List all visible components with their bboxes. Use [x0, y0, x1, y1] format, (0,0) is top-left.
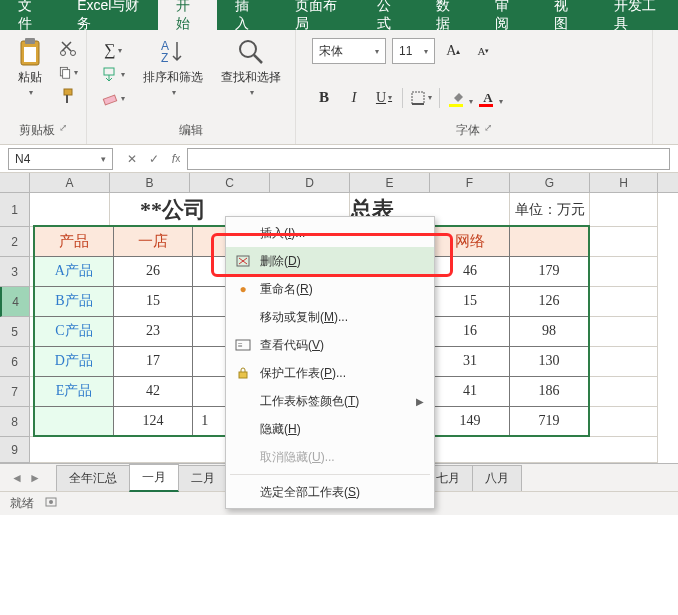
menu-move-copy[interactable]: 移动或复制(M)... — [226, 303, 434, 331]
tab-formula[interactable]: 公式 — [359, 0, 418, 30]
row-header-7[interactable]: 7 — [0, 377, 30, 407]
td-product[interactable] — [34, 406, 113, 436]
cancel-formula-button[interactable]: ✕ — [121, 148, 143, 170]
col-header-C[interactable]: C — [190, 173, 270, 192]
row-header-6[interactable]: 6 — [0, 347, 30, 377]
autosum-button[interactable]: ∑▾ — [95, 40, 131, 60]
td[interactable]: 16 — [430, 316, 509, 346]
tab-home[interactable]: 开始 — [158, 0, 217, 30]
td[interactable]: 149 — [430, 406, 509, 436]
td[interactable]: 179 — [510, 256, 589, 286]
italic-button[interactable]: I — [342, 87, 366, 109]
fill-color-button[interactable]: ▾ — [446, 87, 470, 109]
macro-record-icon[interactable] — [44, 495, 58, 512]
col-header-B[interactable]: B — [110, 173, 190, 192]
menu-insert[interactable]: 插入(I)... — [226, 219, 434, 247]
row-header-5[interactable]: 5 — [0, 317, 30, 347]
row-header-9[interactable]: 9 — [0, 437, 30, 463]
font-size-select[interactable]: 11▾ — [392, 38, 435, 64]
tab-developer[interactable]: 开发工具 — [596, 0, 678, 30]
menu-protect-sheet[interactable]: 保护工作表(P)... — [226, 359, 434, 387]
td[interactable]: 46 — [430, 256, 509, 286]
decrease-font-button[interactable]: A▾ — [471, 40, 495, 62]
clear-button[interactable]: ▾ — [95, 88, 131, 108]
th-network[interactable]: 网络 — [430, 226, 509, 256]
tab-file[interactable]: 文件 — [0, 0, 59, 30]
td[interactable]: 31 — [430, 346, 509, 376]
td-product[interactable]: A产品 — [34, 256, 113, 286]
sheet-tab-jan[interactable]: 一月 — [129, 464, 179, 492]
td[interactable]: 23 — [113, 316, 192, 346]
td[interactable]: 15 — [113, 286, 192, 316]
td-product[interactable]: B产品 — [34, 286, 113, 316]
dialog-launcher-icon[interactable]: ⤢ — [59, 122, 67, 139]
col-header-E[interactable]: E — [350, 173, 430, 192]
td-product[interactable]: D产品 — [34, 346, 113, 376]
tab-review[interactable]: 审阅 — [477, 0, 536, 30]
underline-button[interactable]: U▾ — [372, 87, 396, 109]
td[interactable]: 719 — [510, 406, 589, 436]
row-header-3[interactable]: 3 — [0, 257, 30, 287]
select-all-corner[interactable] — [0, 173, 30, 193]
col-header-D[interactable]: D — [270, 173, 350, 192]
row-header-1[interactable]: 1 — [0, 193, 30, 227]
fill-button[interactable]: ▾ — [95, 64, 131, 84]
tab-data[interactable]: 数据 — [418, 0, 477, 30]
menu-view-code[interactable]: ≡查看代码(V) — [226, 331, 434, 359]
cell[interactable] — [590, 193, 658, 227]
td[interactable]: 41 — [430, 376, 509, 406]
menu-tab-color[interactable]: 工作表标签颜色(T)▶ — [226, 387, 434, 415]
tab-addin[interactable]: Excel与财务 — [59, 0, 158, 30]
formula-bar[interactable] — [187, 148, 670, 170]
tab-view[interactable]: 视图 — [536, 0, 595, 30]
sheet-nav-prev[interactable]: ◄ — [8, 471, 26, 485]
font-color-button[interactable]: A▾ — [476, 87, 500, 109]
sheet-tab-summary[interactable]: 全年汇总 — [56, 465, 130, 491]
copy-button[interactable]: ▾ — [58, 62, 78, 82]
td[interactable]: 186 — [510, 376, 589, 406]
col-header-F[interactable]: F — [430, 173, 510, 192]
col-header-A[interactable]: A — [30, 173, 110, 192]
cut-button[interactable] — [58, 38, 78, 58]
font-dialog-launcher[interactable]: ⤢ — [484, 122, 492, 139]
row-header-8[interactable]: 8 — [0, 407, 30, 437]
col-header-G[interactable]: G — [510, 173, 590, 192]
td[interactable]: 17 — [113, 346, 192, 376]
th-product[interactable]: 产品 — [34, 226, 113, 256]
sheet-tab-feb[interactable]: 二月 — [178, 465, 228, 491]
td[interactable]: 126 — [510, 286, 589, 316]
menu-rename[interactable]: ●重命名(R) — [226, 275, 434, 303]
insert-function-button[interactable]: fx — [165, 148, 187, 170]
row-header-2[interactable]: 2 — [0, 227, 30, 257]
name-box[interactable]: N4 ▾ — [8, 148, 113, 170]
font-name-select[interactable]: 宋体▾ — [312, 38, 386, 64]
td[interactable]: 42 — [113, 376, 192, 406]
tab-insert[interactable]: 插入 — [217, 0, 276, 30]
sheet-tab-aug[interactable]: 八月 — [472, 465, 522, 491]
td[interactable]: 130 — [510, 346, 589, 376]
th-store1[interactable]: 一店 — [113, 226, 192, 256]
row-header-4[interactable]: 4 — [0, 287, 30, 317]
cell[interactable] — [30, 193, 110, 227]
format-painter-button[interactable] — [58, 86, 78, 106]
confirm-formula-button[interactable]: ✓ — [143, 148, 165, 170]
sort-filter-button[interactable]: AZ 排序和筛选▾ — [137, 34, 209, 101]
tab-layout[interactable]: 页面布局 — [277, 0, 359, 30]
td[interactable]: 98 — [510, 316, 589, 346]
td[interactable]: 26 — [113, 256, 192, 286]
menu-select-all-sheets[interactable]: 选定全部工作表(S) — [226, 478, 434, 506]
border-button[interactable]: ▾ — [409, 87, 433, 109]
td[interactable]: 124 — [113, 406, 192, 436]
paste-button[interactable]: 粘贴▾ — [8, 34, 52, 101]
th-total[interactable] — [510, 226, 589, 256]
td-product[interactable]: E产品 — [34, 376, 113, 406]
bold-button[interactable]: B — [312, 87, 336, 109]
cell-unit[interactable]: 单位：万元 — [510, 193, 590, 227]
td[interactable]: 15 — [430, 286, 509, 316]
sheet-nav-next[interactable]: ► — [26, 471, 44, 485]
menu-delete[interactable]: 删除(D) — [226, 247, 434, 275]
col-header-H[interactable]: H — [590, 173, 658, 192]
td-product[interactable]: C产品 — [34, 316, 113, 346]
increase-font-button[interactable]: A▴ — [441, 40, 465, 62]
menu-hide[interactable]: 隐藏(H) — [226, 415, 434, 443]
